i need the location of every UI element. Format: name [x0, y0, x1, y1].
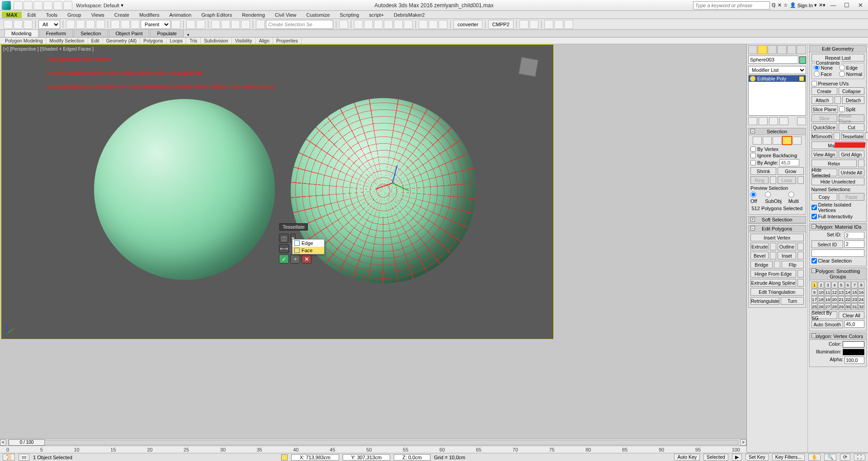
- nav-max-icon[interactable]: ⛶: [854, 454, 865, 461]
- sg-button[interactable]: 19: [825, 296, 831, 303]
- align-icon[interactable]: [354, 20, 363, 29]
- object-color-swatch[interactable]: [799, 56, 806, 64]
- coord-y[interactable]: Y: 307,313cm: [343, 454, 390, 461]
- ribbon-tab-modeling[interactable]: Modeling: [5, 29, 38, 37]
- pivot-icon[interactable]: [171, 20, 180, 29]
- vertex-color-swatch[interactable]: [843, 341, 864, 348]
- motion-tab-icon[interactable]: [777, 45, 786, 54]
- hide-selected-button[interactable]: Hide Selected: [811, 169, 837, 176]
- subobj-polygon-icon[interactable]: [783, 136, 792, 145]
- relax-settings-icon[interactable]: [858, 160, 864, 167]
- ribbon-tab-object-paint[interactable]: Object Paint: [109, 29, 150, 37]
- attach-button[interactable]: Attach: [811, 96, 834, 104]
- sg-button[interactable]: 16: [858, 289, 864, 296]
- sg-button[interactable]: 28: [831, 303, 838, 310]
- nav-orbit-icon[interactable]: ⟳: [840, 454, 850, 461]
- menu-edit[interactable]: Edit: [23, 12, 40, 18]
- sg-button[interactable]: 8: [858, 282, 864, 288]
- menu-rendering[interactable]: Rendering: [237, 12, 269, 18]
- sg-button[interactable]: 13: [838, 289, 844, 296]
- extrude-spline-button[interactable]: Extrude Along Spline: [750, 279, 796, 287]
- maxscript-mini-icon[interactable]: 📜: [3, 454, 15, 461]
- move-icon[interactable]: [111, 20, 120, 29]
- outline-button[interactable]: Outline: [778, 243, 796, 250]
- full-interactivity-checkbox[interactable]: [811, 214, 817, 219]
- ribbon-panel-tris[interactable]: Tris: [186, 38, 201, 44]
- snap-toggle-icon[interactable]: [211, 20, 220, 29]
- ribbon-panel-visibility[interactable]: Visibility: [232, 38, 256, 44]
- gizmo-y-axis-icon[interactable]: [392, 183, 409, 191]
- time-slider-thumb[interactable]: 0 / 100: [9, 439, 45, 446]
- sg-button[interactable]: 10: [818, 289, 824, 296]
- help-icon[interactable]: ✕▾: [819, 2, 826, 8]
- hide-unselected-button[interactable]: Hide Unselected: [811, 178, 865, 185]
- select-object-icon[interactable]: [66, 20, 75, 29]
- hierarchy-tab-icon[interactable]: [768, 45, 777, 54]
- region-icon[interactable]: [86, 20, 95, 29]
- menu-animation[interactable]: Animation: [165, 12, 196, 18]
- modifier-toggle-icon[interactable]: [750, 76, 755, 81]
- menu-tools[interactable]: Tools: [41, 12, 62, 18]
- hinge-settings-icon[interactable]: [797, 270, 804, 278]
- prev-frame-icon[interactable]: <: [0, 439, 6, 446]
- hinge-button[interactable]: Hinge From Edge: [750, 270, 796, 278]
- play-icon[interactable]: ▶: [732, 454, 742, 461]
- preserve-uv-checkbox[interactable]: [811, 81, 817, 86]
- nav-pan-icon[interactable]: ✋: [808, 454, 821, 461]
- tessellate-edge-option[interactable]: Edge: [292, 240, 324, 247]
- modifier-list-dropdown[interactable]: Modifier List: [748, 66, 806, 74]
- modify-tab-icon[interactable]: [758, 45, 767, 54]
- bind-space-warp-icon[interactable]: [24, 20, 33, 29]
- ribbon-tab-freeform[interactable]: Freeform: [39, 29, 73, 37]
- extra-tool-2-icon[interactable]: [529, 20, 538, 29]
- auto-key-button[interactable]: Auto Key: [674, 454, 700, 461]
- rollout-toggle-icon[interactable]: +: [750, 217, 755, 221]
- flip-button[interactable]: Flip: [782, 261, 804, 268]
- favorite-icon[interactable]: ☆: [783, 2, 788, 8]
- by-angle-checkbox[interactable]: [750, 160, 756, 165]
- keyboard-shortcut-icon[interactable]: [196, 20, 205, 29]
- minimize-button[interactable]: —: [827, 1, 839, 9]
- extrude-button[interactable]: Extrude: [750, 243, 769, 250]
- bevel-settings-icon[interactable]: [770, 252, 776, 259]
- cut-button[interactable]: Cut: [839, 123, 864, 131]
- retriangulate-button[interactable]: Retriangulate: [750, 297, 779, 305]
- material-name-dropdown[interactable]: [811, 249, 865, 257]
- undo-icon[interactable]: [43, 1, 52, 10]
- sg-button[interactable]: 18: [818, 296, 824, 303]
- modifier-stack[interactable]: Editable Poly: [748, 75, 806, 116]
- unlink-icon[interactable]: [14, 20, 23, 29]
- layers-icon[interactable]: [364, 20, 373, 29]
- caddy-apply-continue-icon[interactable]: ＋: [290, 254, 300, 263]
- create-tab-icon[interactable]: [748, 45, 757, 54]
- listener-icon[interactable]: ▭: [19, 454, 29, 461]
- preview-off-radio[interactable]: Off: [750, 192, 762, 204]
- converter-button[interactable]: converter: [453, 20, 482, 29]
- new-icon[interactable]: [14, 1, 23, 10]
- caddy-apply-icon[interactable]: ✓: [279, 254, 289, 263]
- sg-button[interactable]: 25: [811, 303, 818, 310]
- sg-button[interactable]: 12: [831, 289, 838, 296]
- sg-button[interactable]: 17: [811, 296, 818, 303]
- infocenter-icon[interactable]: ℚ: [772, 2, 776, 8]
- nav-zoom-icon[interactable]: 🔍: [824, 454, 836, 461]
- insert-vertex-button[interactable]: Insert Vertex: [750, 234, 804, 241]
- delete-isolated-checkbox[interactable]: [811, 205, 817, 210]
- schematic-view-icon[interactable]: [394, 20, 403, 29]
- constraint-normal-radio[interactable]: Normal: [839, 71, 862, 77]
- transform-lock-icon[interactable]: [281, 454, 288, 461]
- slice-plane-button[interactable]: Slice Plane: [811, 105, 838, 113]
- sg-button[interactable]: 23: [851, 296, 858, 303]
- menu-debrismaker[interactable]: DebrisMaker2: [389, 12, 429, 18]
- manipulate-icon[interactable]: [186, 20, 195, 29]
- scale-icon[interactable]: [131, 20, 140, 29]
- next-frame-icon[interactable]: >: [740, 439, 746, 446]
- render-setup-icon[interactable]: [419, 20, 428, 29]
- auto-smooth-button[interactable]: Auto Smooth: [811, 320, 844, 328]
- maximize-button[interactable]: ☐: [841, 1, 853, 9]
- menu-max[interactable]: MAX: [2, 12, 22, 18]
- extra-tool-5-icon[interactable]: [564, 20, 573, 29]
- spinner-snap-icon[interactable]: [241, 20, 250, 29]
- grow-button[interactable]: Grow: [778, 167, 803, 175]
- caddy-tension-icon[interactable]: ⟷: [279, 244, 289, 253]
